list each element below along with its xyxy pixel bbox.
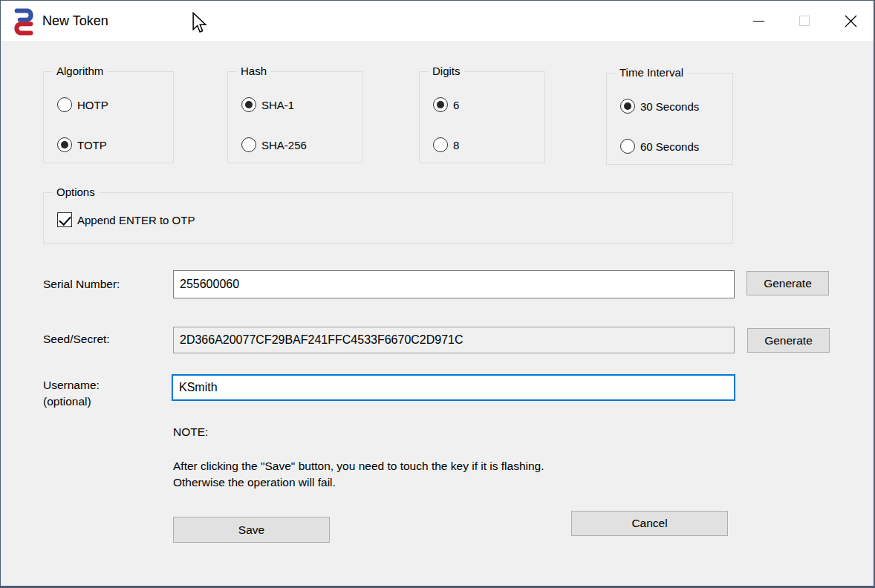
append-enter-label: Append ENTER to OTP [77,214,195,226]
radio-sha256-icon[interactable] [241,137,256,152]
seed-secret-input[interactable] [173,327,735,353]
title-bar: New Token [1,1,874,41]
radio-digits-8-icon[interactable] [433,137,448,152]
radio-hotp[interactable]: HOTP [57,97,108,112]
radio-hotp-label: HOTP [77,99,108,111]
append-enter-checkbox[interactable] [57,212,72,227]
radio-digits-8[interactable]: 8 [433,137,459,152]
radio-sha256-label: SHA-256 [261,139,307,151]
radio-sha1-icon[interactable] [241,97,256,112]
radio-totp-label: TOTP [77,139,107,151]
radio-totp[interactable]: TOTP [57,137,107,152]
algorithm-group: Algorithm HOTP TOTP [43,71,174,163]
radio-totp-icon[interactable] [57,137,72,152]
hash-group: Hash SHA-1 SHA-256 [227,71,362,163]
window-controls [735,1,874,41]
radio-sha256[interactable]: SHA-256 [241,137,307,152]
mouse-cursor [191,12,209,37]
app-logo-icon [13,7,35,39]
digits-group: Digits 6 8 [419,71,545,163]
username-label: Username: [43,379,100,392]
append-enter-checkbox-row[interactable]: Append ENTER to OTP [57,212,195,227]
radio-30-seconds[interactable]: 30 Seconds [620,99,699,114]
note-heading: NOTE: [173,425,208,439]
radio-60-seconds-label: 60 Seconds [640,140,699,153]
radio-digits-8-label: 8 [453,139,459,151]
radio-hotp-icon[interactable] [57,97,72,112]
radio-30-seconds-icon[interactable] [620,99,635,114]
options-group: Options Append ENTER to OTP [43,192,733,244]
radio-digits-6-icon[interactable] [433,97,448,112]
new-token-dialog: New Token Algorithm HOTP [0,0,875,588]
generate-serial-button[interactable]: Generate [746,271,829,295]
radio-digits-6[interactable]: 6 [433,97,459,112]
radio-digits-6-label: 6 [453,99,459,111]
note-text: After clicking the "Save" button, you ne… [173,458,693,491]
username-input[interactable] [172,374,735,401]
maximize-button[interactable] [781,1,827,41]
close-icon [845,15,857,27]
time-interval-group: Time Interval 30 Seconds 60 Seconds [606,73,733,165]
radio-60-seconds[interactable]: 60 Seconds [620,139,699,154]
username-optional-label: (optional) [43,395,91,408]
window-title: New Token [42,1,108,41]
radio-60-seconds-icon[interactable] [620,139,635,154]
serial-number-label: Serial Number: [43,278,120,291]
serial-number-input[interactable] [173,270,735,298]
minimize-icon [753,21,764,22]
radio-sha1[interactable]: SHA-1 [241,97,294,112]
close-button[interactable] [827,1,874,41]
seed-secret-label: Seed/Secret: [43,333,110,346]
radio-sha1-label: SHA-1 [261,99,294,111]
algorithm-group-label: Algorithm [53,65,107,77]
time-interval-group-label: Time Interval [616,66,687,79]
save-button[interactable]: Save [173,517,330,543]
digits-group-label: Digits [429,65,464,77]
generate-seed-button[interactable]: Generate [747,328,830,353]
options-group-label: Options [53,186,99,198]
radio-30-seconds-label: 30 Seconds [640,100,699,113]
hash-group-label: Hash [237,65,270,77]
cancel-button[interactable]: Cancel [571,511,728,536]
minimize-button[interactable] [735,1,781,41]
maximize-icon [799,16,810,26]
